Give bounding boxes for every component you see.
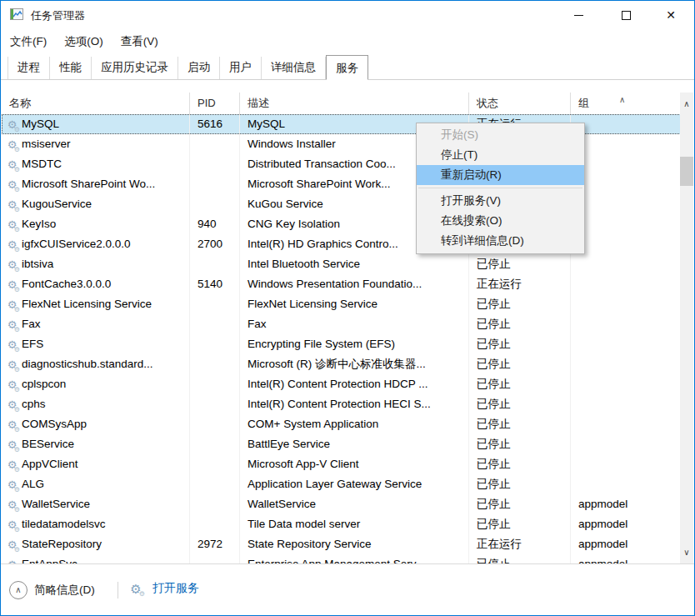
service-name: FlexNet Licensing Service <box>22 294 152 314</box>
service-gear-icon: ⚙ <box>5 378 19 392</box>
service-status-cell: 已停止 <box>469 354 571 374</box>
tab-用户[interactable]: 用户 <box>220 57 262 79</box>
service-description-cell: Microsoft (R) 诊断中心标准收集器... <box>240 354 469 374</box>
context-menu-item[interactable]: 在线搜索(O) <box>417 211 584 231</box>
table-row[interactable]: ⚙COMSysAppCOM+ System Application已停止 <box>2 414 681 434</box>
table-row[interactable]: ⚙WalletServiceWalletService已停止appmodel <box>2 494 681 514</box>
service-gear-icon: ⚙ <box>5 518 19 532</box>
service-name-cell: ⚙diagnosticshub.standard... <box>2 354 190 374</box>
service-pid-cell: 2972 <box>190 534 240 554</box>
table-row[interactable]: ⚙EFSEncrypting File System (EFS)已停止 <box>2 334 681 354</box>
table-row[interactable]: ⚙BEServiceBattlEye Service已停止 <box>2 434 681 454</box>
table-row[interactable]: ⚙cplspconIntel(R) Content Protection HDC… <box>2 374 681 394</box>
table-row[interactable]: ⚙FlexNet Licensing ServiceFlexNet Licens… <box>2 294 681 314</box>
menubar-item[interactable]: 选项(O) <box>64 31 103 53</box>
tab-应用历史记录[interactable]: 应用历史记录 <box>92 57 178 79</box>
service-name-cell: ⚙igfxCUIService2.0.0.0 <box>2 234 190 254</box>
service-name: EFS <box>22 334 43 354</box>
column-header-状态[interactable]: 状态 <box>469 93 571 114</box>
column-header-PID[interactable]: PID <box>190 93 240 114</box>
scroll-up-icon[interactable]: ∧ <box>680 94 693 114</box>
service-group-cell <box>571 174 681 194</box>
service-gear-icon: ⚙ <box>5 218 19 232</box>
service-name: COMSysApp <box>22 414 87 434</box>
service-group-cell <box>571 414 681 434</box>
service-name-cell: ⚙MSDTC <box>2 154 190 174</box>
service-gear-icon: ⚙ <box>5 138 19 152</box>
service-gear-icon: ⚙ <box>5 298 19 312</box>
context-menu-item[interactable]: 打开服务(V) <box>417 191 584 211</box>
service-pid-cell <box>190 134 240 154</box>
service-pid-cell <box>190 174 240 194</box>
service-name-cell: ⚙EFS <box>2 334 190 354</box>
vertical-scrollbar[interactable]: ∧ ∨ <box>680 93 693 564</box>
service-name-cell: ⚙tiledatamodelsvc <box>2 514 190 534</box>
table-row[interactable]: ⚙diagnosticshub.standard...Microsoft (R)… <box>2 354 681 374</box>
service-group-cell <box>571 334 681 354</box>
fewer-details-button[interactable]: ∧ 简略信息(D) <box>9 581 95 599</box>
table-row[interactable]: ⚙FaxFax已停止 <box>2 314 681 334</box>
open-services-button[interactable]: ⚙ 打开服务 <box>128 581 199 596</box>
context-menu-item[interactable]: 停止(T) <box>417 145 584 165</box>
service-name-cell: ⚙Microsoft SharePoint Wo... <box>2 174 190 194</box>
tab-进程[interactable]: 进程 <box>8 57 50 79</box>
service-status-cell: 正在运行 <box>469 274 571 294</box>
menubar-item[interactable]: 查看(V) <box>121 31 158 53</box>
service-name: Fax <box>22 314 41 334</box>
service-name-cell: ⚙FlexNet Licensing Service <box>2 294 190 314</box>
service-status-cell: 已停止 <box>469 254 571 274</box>
service-description-cell: COM+ System Application <box>240 414 469 434</box>
table-row[interactable]: ⚙AppVClientMicrosoft App-V Client已停止 <box>2 454 681 474</box>
footer-divider <box>118 582 118 598</box>
service-name-cell: ⚙MySQL <box>2 114 190 134</box>
service-pid-cell <box>190 514 240 534</box>
context-menu-item[interactable]: 重新启动(R) <box>417 165 584 185</box>
service-pid-cell <box>190 314 240 334</box>
service-status-cell: 已停止 <box>469 314 571 334</box>
scrollbar-thumb[interactable] <box>680 157 693 186</box>
service-name-cell: ⚙FontCache3.0.0.0 <box>2 274 190 294</box>
menu-bar: 文件(F)选项(O)查看(V) <box>1 31 176 53</box>
service-status-cell: 已停止 <box>469 394 571 414</box>
table-row[interactable]: ⚙StateRepository2972State Repository Ser… <box>2 534 681 554</box>
service-gear-icon: ⚙ <box>5 398 19 412</box>
tab-详细信息[interactable]: 详细信息 <box>262 57 326 79</box>
app-icon <box>10 8 23 20</box>
tab-服务[interactable]: 服务 <box>326 55 368 80</box>
service-description-cell: Intel(R) Content Protection HECI S... <box>240 394 469 414</box>
title-bar: 任务管理器 ✕ <box>1 1 694 29</box>
context-menu-item[interactable]: 转到详细信息(D) <box>417 231 584 251</box>
column-header-组[interactable]: 组∧ <box>571 93 681 114</box>
service-group-cell <box>571 234 681 254</box>
service-name-cell: ⚙StateRepository <box>2 534 190 554</box>
fewer-details-label: 简略信息(D) <box>34 583 95 598</box>
service-gear-icon: ⚙ <box>5 538 19 552</box>
service-status-cell: 已停止 <box>469 494 571 514</box>
maximize-button[interactable] <box>605 1 647 29</box>
service-gear-icon: ⚙ <box>5 478 19 492</box>
service-name-cell: ⚙Fax <box>2 314 190 334</box>
table-row[interactable]: ⚙FontCache3.0.0.05140Windows Presentatio… <box>2 274 681 294</box>
service-name: MSDTC <box>22 154 62 174</box>
service-name: ALG <box>22 474 44 494</box>
table-row[interactable]: ⚙ibtsivaIntel Bluetooth Service已停止 <box>2 254 681 274</box>
table-row[interactable]: ⚙cphsIntel(R) Content Protection HECI S.… <box>2 394 681 414</box>
minimize-button[interactable] <box>558 1 599 29</box>
tab-性能[interactable]: 性能 <box>50 57 92 79</box>
service-group-cell <box>571 154 681 174</box>
service-group-cell <box>571 434 681 454</box>
table-row[interactable]: ⚙tiledatamodelsvcTile Data model server已… <box>2 514 681 534</box>
service-group-cell <box>571 374 681 394</box>
service-description-cell: Intel(R) Content Protection HDCP ... <box>240 374 469 394</box>
service-name-cell: ⚙AppVClient <box>2 454 190 474</box>
service-pid-cell <box>190 334 240 354</box>
service-name: cphs <box>22 394 46 414</box>
scroll-down-icon[interactable]: ∨ <box>680 543 693 563</box>
menubar-item[interactable]: 文件(F) <box>10 31 47 53</box>
service-description-cell: Microsoft App-V Client <box>240 454 469 474</box>
column-header-描述[interactable]: 描述 <box>240 93 469 114</box>
close-button[interactable]: ✕ <box>650 1 692 29</box>
column-header-名称[interactable]: 名称 <box>2 93 190 114</box>
table-row[interactable]: ⚙ALGApplication Layer Gateway Service已停止 <box>2 474 681 494</box>
tab-启动[interactable]: 启动 <box>178 57 220 79</box>
